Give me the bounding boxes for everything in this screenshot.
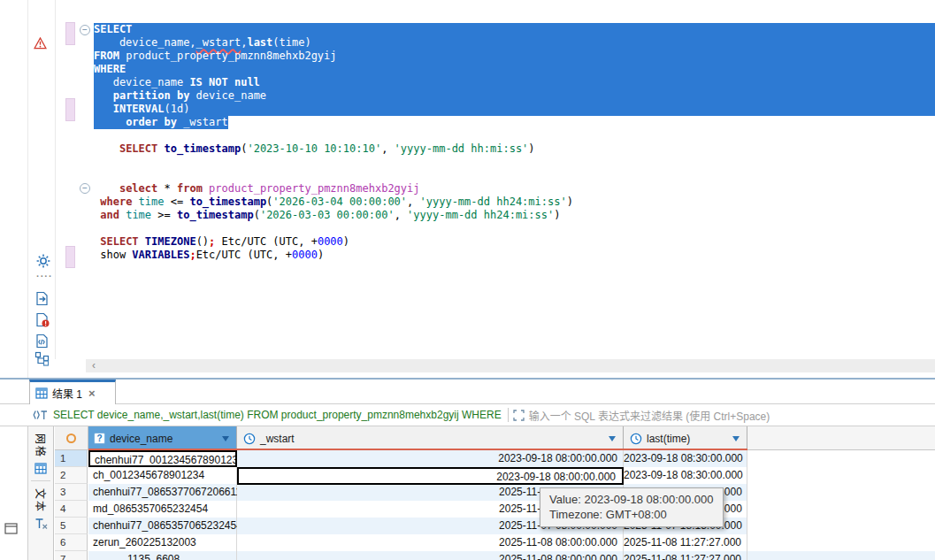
code-line: device_name IS NOT null bbox=[94, 76, 935, 89]
code-line: SELECT TIMEZONE(); Etc/UTC (UTC, +0000) bbox=[94, 235, 935, 249]
cell-last-time[interactable]: 2023-09-18 08:30:00.000 bbox=[624, 467, 747, 484]
cell-device-name[interactable]: chenhui77_0865357065232454 bbox=[88, 518, 237, 534]
filter-query-text: SELECT device_name,_wstart,last(time) FR… bbox=[53, 409, 502, 421]
row-number[interactable]: 7 bbox=[55, 551, 88, 560]
column-label: last(time) bbox=[647, 433, 690, 445]
row-number[interactable]: 1 bbox=[55, 450, 88, 467]
cell-device-name[interactable]: 1135_6608 bbox=[88, 551, 237, 560]
cell-device-name[interactable]: chenhui77_0865377067206611 bbox=[88, 484, 237, 501]
expand-filter-icon[interactable] bbox=[513, 410, 525, 421]
grid-header: ? device_name _wstart last(time) bbox=[0, 426, 935, 450]
code-line: select * from product_property_pmznn8meh… bbox=[94, 182, 935, 196]
row-number-header[interactable] bbox=[55, 426, 88, 450]
row-number[interactable]: 6 bbox=[55, 534, 88, 551]
drag-dots-icon[interactable]: ···· bbox=[36, 271, 53, 281]
filter-input-placeholder[interactable]: 输入一个 SQL 表达式来过滤结果 (使用 Ctrl+Space) bbox=[529, 408, 770, 423]
close-icon[interactable]: × bbox=[88, 387, 96, 400]
column-header-wstart[interactable]: _wstart bbox=[237, 426, 624, 450]
cell-device-name[interactable]: zerun_260225132003 bbox=[88, 534, 237, 551]
clock-icon bbox=[630, 433, 642, 445]
column-header-last-time[interactable]: last(time) bbox=[624, 426, 747, 450]
warning-icon bbox=[34, 37, 47, 50]
code-line: show VARIABLES;Etc/UTC (UTC, +0000) bbox=[94, 249, 935, 262]
editor-horizontal-scrollbar[interactable]: ‹ bbox=[86, 359, 935, 372]
sql-code[interactable]: SELECT device_name,_wstart,last(time)FRO… bbox=[94, 23, 935, 262]
grid-icon bbox=[35, 387, 48, 399]
code-line: WHERE bbox=[94, 63, 935, 76]
tab-label: 结果 1 bbox=[52, 386, 82, 401]
string-type-icon: ? bbox=[94, 433, 105, 444]
tab-results-1[interactable]: 结果 1 × bbox=[29, 380, 116, 404]
change-marker bbox=[65, 98, 75, 121]
grid-rows[interactable]: 1chenhui77_00123456789012342023-09-18 08… bbox=[0, 450, 935, 560]
code-line: partition by device_name bbox=[94, 89, 935, 103]
cell-wstart[interactable]: 2023-09-18 08:00:00.000 bbox=[237, 450, 624, 467]
export-script-icon[interactable] bbox=[35, 291, 50, 306]
clock-icon bbox=[243, 433, 256, 445]
settings-gear-icon[interactable] bbox=[35, 253, 51, 269]
script-xml-icon[interactable] bbox=[35, 334, 50, 349]
record-indicator-icon bbox=[66, 433, 76, 443]
code-line: where time <= to_timestamp('2026-03-04 0… bbox=[94, 196, 935, 209]
outline-icon[interactable] bbox=[34, 351, 50, 366]
chevron-down-icon[interactable] bbox=[609, 436, 616, 441]
code-line: FROM product_property_pmznn8mehxb2gyij bbox=[94, 50, 935, 63]
cell-wstart[interactable]: 2023-09-18 08:00:00.000 bbox=[237, 467, 624, 485]
code-line bbox=[94, 169, 935, 182]
code-line bbox=[94, 129, 935, 142]
column-label: device_name bbox=[110, 433, 172, 445]
header-filler bbox=[747, 426, 935, 450]
script-error-icon[interactable] bbox=[35, 312, 50, 328]
code-line: device_name,_wstart,last(time) bbox=[94, 36, 935, 50]
column-header-device-name[interactable]: ? device_name bbox=[88, 426, 237, 450]
dbeaver-sql-editor-window: ···· − − SELECT device_name,_wstart,last… bbox=[0, 0, 935, 560]
cell-device-name[interactable]: md_0865357065232454 bbox=[88, 501, 237, 518]
results-filter-bar[interactable]: SELECT device_name,_wstart,last(time) FR… bbox=[0, 403, 935, 426]
cell-device-name[interactable]: chenhui77_0012345678901234 bbox=[88, 450, 237, 467]
divider bbox=[27, 0, 28, 378]
cell-value-tooltip: Value: 2023-09-18 08:00:00.000 Timezone:… bbox=[540, 487, 724, 527]
chevron-down-icon[interactable] bbox=[732, 436, 740, 441]
code-line: and time >= to_timestamp('2026-03-03 00:… bbox=[94, 209, 935, 222]
code-line: order by _wstart bbox=[94, 116, 935, 129]
results-tabbar: 结果 1 × bbox=[0, 380, 935, 403]
cell-device-name[interactable]: ch_0012345678901234 bbox=[88, 467, 237, 484]
sql-text-icon bbox=[33, 409, 48, 421]
code-line: SELECT bbox=[94, 23, 935, 36]
code-line: INTERVAL(1d) bbox=[94, 103, 935, 116]
code-line bbox=[94, 156, 935, 169]
change-marker bbox=[65, 22, 75, 45]
cell-last-time[interactable]: 2025-11-08 11:27:27.000 bbox=[624, 534, 747, 551]
row-number[interactable]: 4 bbox=[55, 501, 88, 518]
row-number[interactable]: 3 bbox=[55, 484, 88, 501]
cell-wstart[interactable]: 2025-11-08 08:00:00.000 bbox=[237, 534, 624, 551]
divider bbox=[508, 408, 509, 422]
code-line bbox=[94, 222, 935, 235]
fold-collapse-icon[interactable]: − bbox=[80, 183, 90, 194]
cell-last-time[interactable]: 2025-11-08 11:27:27.000 bbox=[624, 551, 747, 560]
tooltip-timezone: Timezone: GMT+08:00 bbox=[549, 507, 714, 522]
row-number[interactable]: 2 bbox=[55, 467, 88, 484]
code-line: SELECT to_timestamp('2023-10-10 10:10:10… bbox=[94, 142, 935, 156]
scroll-left-icon[interactable]: ‹ bbox=[88, 359, 100, 372]
tooltip-value: Value: 2023-09-18 08:00:00.000 bbox=[549, 492, 714, 507]
change-marker bbox=[65, 246, 75, 268]
column-label: _wstart bbox=[260, 433, 295, 445]
fold-collapse-icon[interactable]: − bbox=[80, 25, 90, 35]
chevron-down-icon[interactable] bbox=[222, 436, 229, 441]
row-number[interactable]: 5 bbox=[55, 518, 88, 534]
cell-last-time[interactable]: 2023-09-18 08:30:00.000 bbox=[624, 450, 747, 467]
cell-wstart[interactable]: 2025-11-08 08:00:00.000 bbox=[237, 551, 624, 560]
divider bbox=[55, 0, 56, 359]
